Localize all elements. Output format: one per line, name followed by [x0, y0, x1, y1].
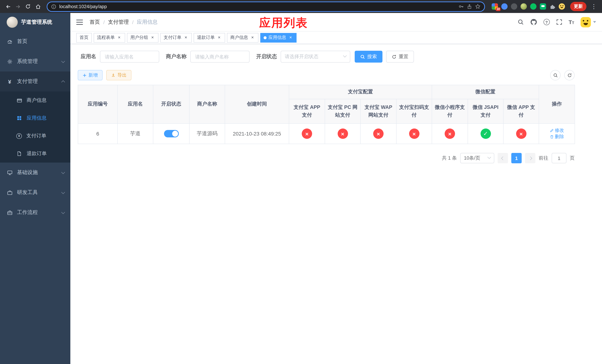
tab-label: 用户分组 [130, 34, 148, 41]
tab-label: 应用信息 [269, 34, 286, 41]
table-row: 6 芋道 芋道源码 2021-10-23 08:49:25 × × × × × [78, 124, 575, 144]
user-avatar-menu[interactable] [580, 17, 596, 27]
tab-app-info[interactable]: 应用信息 × [260, 33, 297, 43]
page-size-select[interactable]: 10条/页 [460, 153, 494, 163]
emoji-extension-icon[interactable] [559, 3, 565, 10]
reload-icon[interactable] [23, 1, 33, 11]
wx-app-cross-icon: × [516, 128, 526, 139]
tab-home[interactable]: 首页 [76, 33, 92, 43]
app-name-input[interactable] [100, 51, 159, 63]
pagination: 共 1 条 10条/页 1 前往 页 [78, 153, 575, 163]
page-size-value: 10条/页 [464, 155, 480, 161]
export-button[interactable]: 导出 [106, 70, 131, 80]
font-size-icon[interactable]: TT [569, 19, 574, 25]
refresh-table-button[interactable] [564, 70, 575, 80]
app-title: 芋道管理系统 [21, 19, 52, 26]
search-icon[interactable] [517, 19, 524, 25]
sidebar-item-app-info[interactable]: 应用信息 [0, 109, 70, 127]
share-icon[interactable] [467, 4, 472, 9]
edit-button[interactable]: 修改 [550, 127, 564, 134]
next-page-button[interactable] [525, 153, 535, 163]
page-info-icon[interactable] [51, 4, 56, 9]
page-content: 应用名 商户名称 开启状态 请选择开启状态 搜索 重置 [70, 44, 602, 364]
wx-jsapi-check-icon: ✓ [480, 128, 491, 139]
delete-button[interactable]: 删除 [550, 134, 564, 140]
tab-refund-order[interactable]: 退款订单 × [194, 33, 225, 43]
sidebar-item-label: 支付管理 [17, 78, 38, 85]
col-header-merchant: 商户名称 [189, 85, 225, 124]
close-icon[interactable]: × [288, 35, 293, 40]
breadcrumb-separator: / [103, 19, 105, 25]
close-icon[interactable]: × [250, 35, 255, 40]
sidebar-item-system[interactable]: 系统管理 [0, 52, 70, 72]
cell-created: 2021-10-23 08:49:25 [225, 124, 289, 144]
sidebar-item-workflow[interactable]: 工作流程 [0, 203, 70, 223]
col-header-wx-jsapi: 微信 JSAPI 支付 [468, 99, 503, 124]
page-number-1[interactable]: 1 [511, 153, 522, 163]
dashboard-icon [7, 39, 13, 44]
fullscreen-icon[interactable] [556, 19, 562, 25]
add-button[interactable]: 新增 [78, 70, 103, 80]
status-toggle[interactable] [164, 130, 179, 137]
reset-button[interactable]: 重置 [386, 51, 414, 63]
close-icon[interactable]: × [150, 35, 155, 40]
logo-avatar [7, 17, 18, 28]
annotation-app-list: 应用列表 [259, 15, 308, 31]
puzzle-extensions-icon[interactable] [549, 3, 555, 10]
search-form: 应用名 商户名称 开启状态 请选择开启状态 搜索 重置 [78, 51, 595, 63]
browser-menu-icon[interactable]: ⋮ [589, 3, 599, 10]
sidebar-item-home[interactable]: 首页 [0, 32, 70, 52]
sidebar-item-refund-order[interactable]: 退款订单 [0, 145, 70, 162]
tab-flow-form[interactable]: 流程表单 × [94, 33, 125, 43]
address-bar[interactable]: localhost:1024/pay/app [47, 1, 485, 12]
sidebar-toggle-icon[interactable] [76, 20, 83, 25]
forward-icon[interactable] [13, 1, 23, 11]
top-navbar: 首页 / 支付管理 / 应用信息 ? [70, 13, 602, 32]
breadcrumb-home[interactable]: 首页 [90, 19, 100, 25]
sidebar-item-merchant-info[interactable]: 商户信息 [0, 91, 70, 109]
goto-page-input[interactable] [552, 153, 567, 163]
sidebar-item-infra[interactable]: 基础设施 [0, 162, 70, 182]
browser-update-button[interactable]: 更新 [570, 2, 586, 11]
cell-app-id: 6 [78, 124, 118, 144]
tab-user-group[interactable]: 用户分组 × [127, 33, 159, 43]
bookmark-star-icon[interactable] [475, 4, 481, 9]
merchant-name-input[interactable] [190, 51, 249, 63]
sidebar-item-pay-order[interactable]: ¥ 支付订单 [0, 127, 70, 145]
github-icon[interactable] [530, 19, 537, 26]
close-icon[interactable]: × [216, 35, 222, 40]
alipay-pc-cross-icon: × [337, 128, 348, 139]
sidebar-item-payment[interactable]: ¥ 支付管理 [0, 72, 70, 91]
app-logo[interactable]: 芋道管理系统 [0, 13, 70, 32]
password-key-icon[interactable] [458, 4, 464, 9]
col-header-wx-app: 微信 APP 支付 [503, 99, 539, 124]
extension-green-circle-icon[interactable] [530, 3, 537, 10]
extension-avatar-icon[interactable] [521, 3, 527, 10]
document-icon [16, 151, 22, 157]
toggle-search-button[interactable] [550, 70, 560, 80]
close-icon[interactable]: × [183, 35, 188, 40]
sidebar-item-label: 应用信息 [27, 115, 47, 121]
breadcrumb-payment[interactable]: 支付管理 [108, 19, 129, 25]
briefcase-icon [7, 210, 13, 215]
extension-blue-icon[interactable] [501, 3, 508, 10]
help-icon[interactable]: ? [543, 19, 550, 25]
close-icon[interactable]: × [117, 35, 122, 40]
tab-merchant-info[interactable]: 商户信息 × [227, 33, 258, 43]
back-icon[interactable] [3, 1, 13, 11]
search-button[interactable]: 搜索 [355, 51, 382, 63]
extension-badge: 10 [496, 7, 501, 11]
app-frame: 芋道管理系统 首页 系统管理 ¥ 支付管理 [0, 13, 602, 364]
sidebar-item-devtools[interactable]: 研发工具 [0, 182, 70, 203]
yen-icon: ¥ [7, 78, 13, 85]
alipay-wap-cross-icon: × [373, 128, 384, 139]
extension-chat-icon[interactable] [540, 3, 546, 10]
extension-grid-icon[interactable]: 10 [492, 3, 498, 10]
home-icon[interactable] [33, 1, 43, 11]
tab-pay-order[interactable]: 支付订单 × [160, 33, 192, 43]
status-select[interactable]: 请选择开启状态 [281, 51, 350, 63]
monitor-icon [7, 170, 13, 175]
col-header-name: 应用名 [118, 85, 153, 124]
prev-page-button[interactable] [498, 153, 508, 163]
extension-dark-icon[interactable] [511, 3, 517, 10]
